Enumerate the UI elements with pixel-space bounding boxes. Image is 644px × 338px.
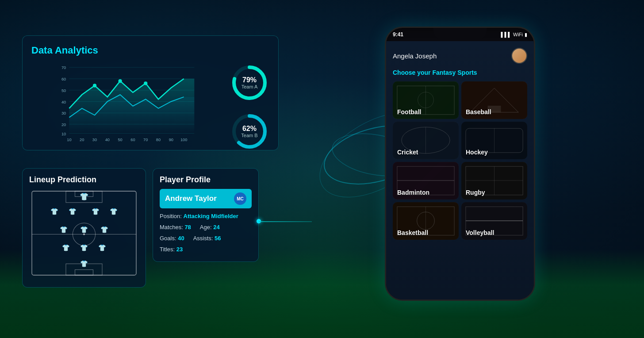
svg-text:20: 20 xyxy=(80,138,84,142)
sport-tile-cricket[interactable]: Cricket xyxy=(393,122,459,159)
svg-text:👕: 👕 xyxy=(98,244,106,252)
soccer-field: 👕 👕 👕 👕 👕 👕 👕 👕 👕 👕 👕 👕 xyxy=(29,189,139,277)
svg-text:60: 60 xyxy=(61,77,66,81)
team-a-text: 79% Team A xyxy=(242,76,258,89)
svg-text:10: 10 xyxy=(61,132,66,136)
goals-value: 40 xyxy=(178,235,184,242)
svg-text:70: 70 xyxy=(61,65,66,70)
svg-rect-40 xyxy=(75,270,93,275)
svg-text:👕: 👕 xyxy=(100,226,108,234)
age-value: 24 xyxy=(213,224,219,230)
player-name-bar: Andrew Taylor MC xyxy=(160,189,252,208)
matches-stat: Matches: 78 xyxy=(160,224,191,230)
svg-text:90: 90 xyxy=(169,138,173,142)
assists-value: 56 xyxy=(215,235,221,242)
sports-grid: Football Baseball xyxy=(393,81,527,240)
svg-text:👕: 👕 xyxy=(80,226,88,234)
svg-point-26 xyxy=(93,84,96,87)
battery-icon: ▮ xyxy=(525,32,527,38)
user-avatar xyxy=(511,48,527,64)
svg-text:10: 10 xyxy=(67,138,71,142)
svg-text:👕: 👕 xyxy=(80,260,88,268)
lineup-card: Lineup Prediction 👕 👕 👕 👕 👕 xyxy=(22,168,146,288)
age-label: Age: xyxy=(200,224,212,230)
svg-point-36 xyxy=(83,234,85,235)
phone-frame: 9:41 ▌▌▌ WiFi ▮ Angela Joseph Choose you… xyxy=(385,27,535,301)
stats-row-2: Goals: 40 Assists: 56 xyxy=(160,233,252,244)
matches-label: Matches: xyxy=(160,224,183,230)
matches-value: 78 xyxy=(184,224,191,230)
svg-text:30: 30 xyxy=(92,138,97,142)
svg-point-27 xyxy=(119,79,122,83)
sport-tile-basketball[interactable]: Basketball xyxy=(393,202,459,240)
status-time: 9:41 xyxy=(393,31,403,38)
svg-text:👕: 👕 xyxy=(69,207,77,215)
chart-svg: 70 60 50 40 30 20 10 10 20 30 40 50 60 7… xyxy=(31,63,221,142)
svg-text:👕: 👕 xyxy=(92,207,100,215)
hockey-label: Hockey xyxy=(466,149,488,156)
svg-text:👕: 👕 xyxy=(110,207,118,215)
position-stat: Position: Attacking Midfielder xyxy=(160,213,252,219)
svg-text:50: 50 xyxy=(61,88,66,93)
assists-label: Assists: xyxy=(193,235,213,242)
svg-text:👕: 👕 xyxy=(60,226,68,234)
phone-username: Angela Joseph xyxy=(393,52,437,60)
status-icons: ▌▌▌ WiFi ▮ xyxy=(501,32,527,38)
svg-text:100: 100 xyxy=(180,138,187,142)
sport-tile-hockey[interactable]: Hockey xyxy=(461,122,527,159)
profile-title: Player Profile xyxy=(160,175,252,184)
player-name: Andrew Taylor xyxy=(165,194,217,203)
choose-label: Choose your Fantasy Sports xyxy=(393,69,527,76)
team-b-donut: 62% Team B xyxy=(230,111,269,151)
titles-label: Titles: xyxy=(160,246,175,253)
assists-stat: Assists: 56 xyxy=(193,235,221,242)
team-b-text: 62% Team B xyxy=(241,125,257,138)
line-chart: 70 60 50 40 30 20 10 10 20 30 40 50 60 7… xyxy=(31,63,221,142)
position-label: Position: xyxy=(160,213,182,219)
analytics-card: Data Analytics 70 60 50 40 30 20 10 xyxy=(22,35,279,150)
svg-text:40: 40 xyxy=(61,100,66,104)
svg-text:👕: 👕 xyxy=(62,244,70,252)
svg-point-28 xyxy=(144,81,147,85)
phone-content: Angela Joseph Choose your Fantasy Sports xyxy=(386,41,534,300)
position-value: Attacking Midfielder xyxy=(184,213,238,219)
rugby-label: Rugby xyxy=(466,189,485,196)
sport-tile-rugby[interactable]: Rugby xyxy=(461,162,527,200)
donuts-container: 79% Team A 62% Team B xyxy=(230,63,269,151)
svg-text:60: 60 xyxy=(130,138,135,142)
titles-value: 23 xyxy=(176,246,183,253)
connection-dot xyxy=(257,219,261,223)
svg-text:👕: 👕 xyxy=(50,207,58,215)
svg-text:👕: 👕 xyxy=(80,192,89,201)
phone-status-bar: 9:41 ▌▌▌ WiFi ▮ xyxy=(393,31,527,38)
cricket-label: Cricket xyxy=(397,149,418,156)
signal-icon: ▌▌▌ xyxy=(501,32,511,37)
goals-label: Goals: xyxy=(160,235,176,242)
svg-text:80: 80 xyxy=(156,138,161,142)
svg-text:20: 20 xyxy=(61,123,66,127)
badminton-label: Badminton xyxy=(397,189,429,196)
titles-stat: Titles: 23 xyxy=(160,246,252,253)
sport-tile-badminton[interactable]: Badminton xyxy=(393,162,459,200)
svg-text:50: 50 xyxy=(118,138,122,142)
team-a-donut: 79% Team A xyxy=(230,63,269,103)
stats-row-1: Matches: 78 Age: 24 xyxy=(160,222,252,233)
lineup-title: Lineup Prediction xyxy=(29,175,139,184)
basketball-label: Basketball xyxy=(397,229,428,236)
analytics-content: 70 60 50 40 30 20 10 10 20 30 40 50 60 7… xyxy=(31,63,269,151)
phone-container: 9:41 ▌▌▌ WiFi ▮ Angela Joseph Choose you… xyxy=(385,27,535,301)
age-stat: Age: 24 xyxy=(200,224,220,230)
sport-tile-baseball[interactable]: Baseball xyxy=(461,81,527,119)
baseball-label: Baseball xyxy=(466,108,491,115)
team-badge: MC xyxy=(234,192,246,205)
sport-tile-football[interactable]: Football xyxy=(393,81,459,119)
goals-stat: Goals: 40 xyxy=(160,235,184,242)
sport-tile-volleyball[interactable]: Volleyball xyxy=(461,202,527,240)
field-svg: 👕 👕 👕 👕 👕 👕 👕 👕 👕 👕 👕 👕 xyxy=(29,189,139,277)
volleyball-label: Volleyball xyxy=(466,229,494,236)
user-row: Angela Joseph xyxy=(393,48,527,64)
wifi-icon: WiFi xyxy=(513,32,523,37)
svg-text:30: 30 xyxy=(61,111,66,115)
profile-card: Player Profile Andrew Taylor MC Position… xyxy=(153,168,259,262)
football-label: Football xyxy=(397,108,421,115)
